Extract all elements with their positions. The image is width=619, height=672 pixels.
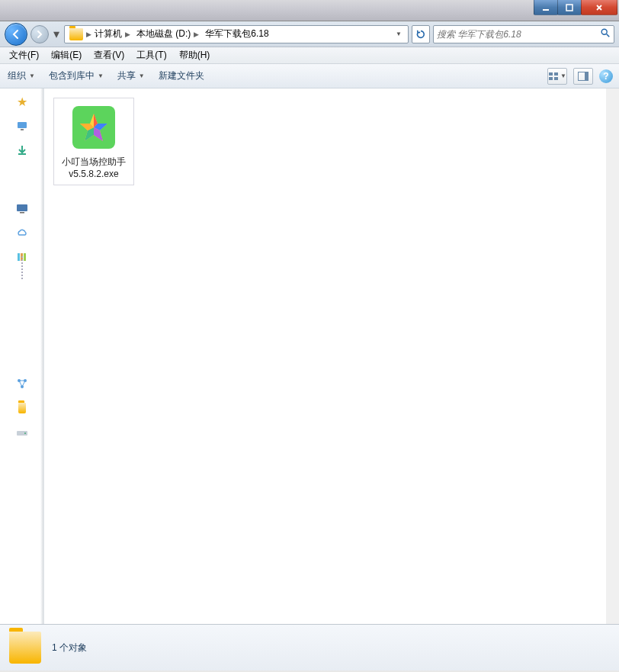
share-button[interactable]: 共享 ▼: [116, 67, 146, 85]
include-label: 包含到库中: [49, 69, 95, 82]
menu-tools[interactable]: 工具(T): [130, 47, 172, 63]
drive-icon[interactable]: [15, 426, 29, 439]
toolbar-right: ▼ ?: [547, 68, 613, 85]
include-library-button[interactable]: 包含到库中 ▼: [47, 67, 105, 85]
nav-history-dropdown[interactable]: ▾: [52, 27, 61, 41]
menu-file[interactable]: 文件(F): [3, 47, 45, 63]
crumb-label: 本地磁盘 (D:): [136, 27, 191, 40]
svg-rect-4: [554, 72, 558, 76]
folder-tree-icon[interactable]: [15, 401, 29, 415]
share-label: 共享: [117, 69, 136, 82]
search-input[interactable]: [437, 29, 597, 40]
network-icon[interactable]: [15, 377, 29, 391]
menu-view[interactable]: 查看(V): [88, 47, 130, 63]
svg-rect-6: [554, 77, 558, 80]
vertical-scrollbar[interactable]: [606, 88, 619, 624]
exe-icon: [69, 103, 118, 152]
newfolder-label: 新建文件夹: [159, 69, 204, 82]
toolbar: 组织 ▼ 包含到库中 ▼ 共享 ▼ 新建文件夹 ▼ ?: [0, 64, 619, 88]
svg-rect-9: [18, 122, 27, 128]
chevron-down-icon: ▼: [29, 72, 35, 79]
downloads-icon[interactable]: [15, 143, 29, 157]
crumb-label: 计算机: [95, 27, 122, 40]
cloud-icon[interactable]: [15, 226, 29, 240]
chevron-right-icon: ▶: [194, 31, 199, 38]
menubar: 文件(F) 编辑(E) 查看(V) 工具(T) 帮助(H): [0, 47, 619, 64]
address-dropdown[interactable]: ▼: [391, 31, 406, 37]
back-button[interactable]: [5, 23, 27, 46]
svg-rect-0: [543, 9, 549, 11]
crumb-computer[interactable]: 计算机 ▶: [91, 27, 133, 40]
folder-icon: [69, 28, 83, 40]
search-icon[interactable]: [600, 27, 611, 40]
refresh-button[interactable]: [412, 25, 430, 43]
main-area: ★: [0, 88, 619, 625]
search-box[interactable]: [433, 25, 614, 43]
details-pane: 1 个对象: [0, 625, 619, 670]
maximize-button[interactable]: [557, 0, 582, 15]
chevron-down-icon: ▼: [139, 72, 145, 79]
window-controls: [534, 0, 617, 15]
organize-button[interactable]: 组织 ▼: [6, 67, 37, 85]
titlebar: [0, 0, 619, 21]
svg-rect-13: [20, 212, 24, 214]
svg-point-2: [601, 29, 607, 34]
new-folder-button[interactable]: 新建文件夹: [157, 67, 206, 85]
file-name-line1: 小叮当场控助手: [62, 156, 126, 167]
chevron-right-icon: ▶: [125, 31, 130, 38]
file-item[interactable]: 小叮当场控助手 v5.5.8.2.exe: [53, 98, 134, 185]
svg-rect-10: [21, 129, 24, 130]
chevron-down-icon: ▼: [98, 72, 104, 79]
forward-button[interactable]: [30, 25, 49, 43]
file-list[interactable]: 小叮当场控助手 v5.5.8.2.exe: [44, 88, 619, 624]
menu-edit[interactable]: 编辑(E): [45, 47, 88, 63]
computer-icon[interactable]: [15, 201, 29, 215]
file-name-line2: v5.5.8.2.exe: [69, 169, 118, 179]
navigation-pane[interactable]: ★: [0, 88, 44, 624]
crumb-label: 华军下载包6.18: [205, 27, 268, 40]
splitter-grip[interactable]: [20, 256, 24, 287]
svg-point-21: [24, 432, 26, 434]
preview-pane-button[interactable]: [573, 68, 593, 85]
crumb-drive[interactable]: 本地磁盘 (D:) ▶: [133, 27, 202, 40]
menu-help[interactable]: 帮助(H): [173, 47, 216, 63]
svg-rect-1: [566, 5, 572, 11]
address-bar[interactable]: ▶ 计算机 ▶ 本地磁盘 (D:) ▶ 华军下载包6.18 ▼: [64, 25, 409, 43]
item-count: 1 个对象: [52, 641, 87, 654]
view-mode-button[interactable]: ▼: [547, 68, 567, 85]
svg-rect-3: [549, 72, 553, 76]
favorites-icon[interactable]: ★: [15, 95, 29, 108]
svg-rect-12: [17, 204, 27, 211]
svg-rect-5: [549, 77, 553, 80]
help-button[interactable]: ?: [599, 69, 613, 83]
svg-rect-11: [18, 153, 26, 155]
chevron-right-icon: ▶: [86, 31, 91, 38]
toolbar-left: 组织 ▼ 包含到库中 ▼ 共享 ▼ 新建文件夹: [6, 67, 206, 85]
chevron-down-icon: ▼: [560, 72, 566, 79]
minimize-button[interactable]: [534, 0, 558, 15]
folder-large-icon: [9, 632, 41, 664]
organize-label: 组织: [8, 69, 26, 82]
close-button[interactable]: [581, 0, 617, 15]
desktop-icon[interactable]: [15, 119, 29, 133]
svg-rect-8: [585, 72, 589, 80]
crumb-folder[interactable]: 华军下载包6.18: [202, 27, 271, 40]
file-name: 小叮当场控助手 v5.5.8.2.exe: [62, 156, 126, 180]
pane-splitter[interactable]: [40, 88, 43, 624]
address-row: ▾ ▶ 计算机 ▶ 本地磁盘 (D:) ▶ 华军下载包6.18 ▼: [0, 21, 619, 47]
